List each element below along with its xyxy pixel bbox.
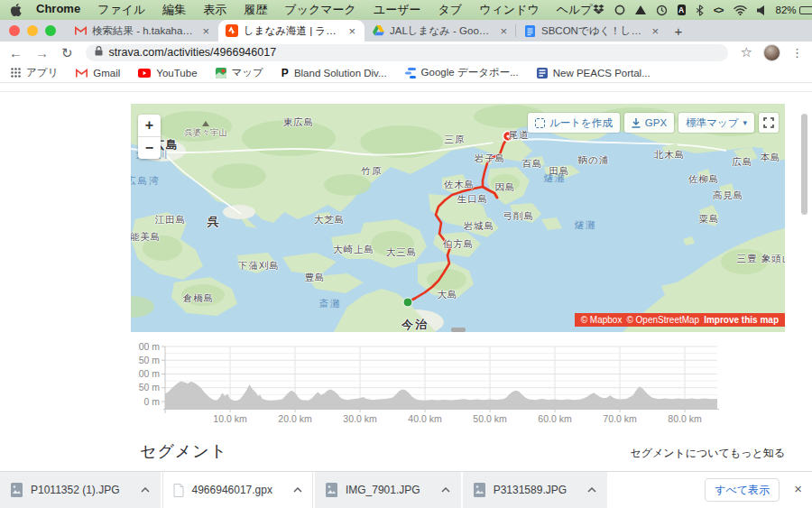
download-item[interactable]: IMG_7901.JPG — [315, 472, 461, 508]
dropbox-icon[interactable] — [593, 5, 604, 15]
chrome-menu-icon[interactable]: ⋮ — [791, 46, 803, 60]
bookmark-label: アプリ — [26, 66, 58, 79]
download-item[interactable]: P3131589.JPG — [463, 472, 607, 508]
tab-close-icon[interactable]: × — [200, 25, 211, 37]
battery-indicator[interactable]: 82% — [776, 5, 812, 15]
url-text: strava.com/activities/4966946017 — [109, 46, 277, 59]
browser-toolbar: ← → ↻ strava.com/activities/4966946017 ☆… — [0, 42, 812, 63]
map-attribution: © Mapbox © OpenStreetMap Improve this ma… — [575, 313, 785, 327]
tab-gmail-search[interactable]: 検索結果 - h.takahashi@peacs.c × — [67, 20, 218, 42]
page-scrollbar[interactable] — [801, 114, 807, 215]
bookmark-peacs-portal[interactable]: New PEACS Portal... — [537, 68, 651, 79]
forward-button[interactable]: → — [35, 46, 49, 60]
apple-menu-icon[interactable] — [11, 4, 22, 16]
wifi-icon[interactable] — [734, 5, 747, 15]
svg-text:200 m: 200 m — [138, 343, 160, 352]
chevron-up-icon[interactable] — [587, 487, 596, 493]
zoom-out-button[interactable]: − — [138, 136, 161, 159]
menu-item[interactable]: ブックマーク — [284, 2, 356, 18]
bookmark-data-portal[interactable]: Google データポー... — [405, 66, 519, 79]
time-machine-icon[interactable] — [656, 5, 668, 16]
elevation-chart[interactable]: 0 m50 m100 m150 m200 m10.0 km20.0 km30.0… — [138, 343, 770, 428]
svg-text:40.0 km: 40.0 km — [408, 413, 442, 424]
fullscreen-icon — [763, 117, 774, 128]
data-studio-icon — [405, 68, 416, 79]
mapbox-attribution-link[interactable]: © Mapbox — [581, 315, 623, 325]
bookmark-apps[interactable]: アプリ — [11, 66, 58, 79]
svg-text:70.0 km: 70.0 km — [603, 413, 637, 424]
image-file-icon — [474, 483, 485, 497]
gpx-download-button[interactable]: GPX — [624, 113, 674, 133]
downloads-close-icon[interactable]: × — [794, 482, 802, 495]
tab-close-icon[interactable]: × — [650, 25, 660, 37]
svg-text:80.0 km: 80.0 km — [668, 413, 702, 424]
volume-icon[interactable] — [757, 5, 766, 15]
menu-item[interactable]: ヘルプ — [557, 2, 593, 18]
tab-google-drive[interactable]: JALしまなみ - Google ドライブ × — [364, 20, 516, 42]
tab-title: JALしまなみ - Google ドライブ — [390, 24, 493, 38]
menu-item[interactable]: タブ — [438, 2, 462, 18]
minimize-window-button[interactable] — [27, 25, 38, 36]
route-icon — [535, 118, 545, 128]
drive-favicon — [372, 24, 384, 37]
ring-menu-icon[interactable] — [614, 5, 625, 15]
chevron-up-icon[interactable] — [441, 487, 450, 493]
svg-text:50 m: 50 m — [139, 382, 161, 393]
tab-close-icon[interactable]: × — [498, 25, 509, 37]
chevron-up-icon[interactable] — [293, 487, 302, 493]
map-drag-handle[interactable] — [451, 328, 466, 332]
back-button[interactable]: ← — [9, 46, 23, 60]
bookmark-label: New PEACS Portal... — [553, 68, 651, 79]
bluetooth-icon[interactable] — [696, 5, 704, 16]
bookmark-label: YouTube — [156, 68, 197, 79]
menu-item[interactable]: 表示 — [203, 2, 226, 18]
map-style-dropdown[interactable]: 標準マップ ▾ — [678, 113, 754, 133]
menu-item[interactable]: ウィンドウ — [479, 2, 540, 18]
improve-map-link[interactable]: Improve this map — [704, 315, 779, 325]
bookmark-gmail[interactable]: Gmail — [76, 68, 120, 79]
svg-text:150 m: 150 m — [138, 355, 160, 365]
bookmark-star-icon[interactable]: ☆ — [741, 44, 752, 60]
zoom-window-button[interactable] — [45, 25, 56, 36]
tab-strip: 検索結果 - h.takahashi@peacs.c × しまなみ海道 | ライ… — [0, 20, 812, 42]
bookmarks-bar: アプリ Gmail YouTube マップ P Bland Solution D… — [0, 63, 812, 83]
close-window-button[interactable] — [9, 25, 20, 36]
a-box-menu-icon[interactable]: A — [678, 5, 686, 15]
tab-sbcon-doc[interactable]: SBCONでゆく！しまなみ街道サイ × — [516, 20, 668, 42]
segments-learn-more-link[interactable]: セグメントについてもっと知る — [630, 446, 785, 461]
address-bar[interactable]: strava.com/activities/4966946017 — [86, 44, 728, 61]
download-item[interactable]: 4966946017.gpx — [162, 472, 313, 508]
tab-strava-activity[interactable]: しまなみ海道 | ライド | Strava × — [218, 20, 364, 42]
create-route-label: ルートを作成 — [549, 116, 613, 130]
gpx-file-icon — [173, 484, 184, 497]
gpx-label: GPX — [645, 117, 667, 128]
tab-close-icon[interactable]: × — [346, 25, 357, 37]
menu-item[interactable]: 履歴 — [244, 2, 267, 18]
menu-item[interactable]: 編集 — [162, 2, 186, 18]
chevron-up-icon[interactable] — [141, 487, 150, 493]
battery-percent: 82% — [776, 5, 797, 15]
tab-title: 検索結果 - h.takahashi@peacs.c — [92, 24, 195, 38]
create-route-button[interactable]: ルートを作成 — [528, 113, 620, 133]
bookmark-youtube[interactable]: YouTube — [138, 68, 197, 79]
menu-item[interactable]: Chrome — [36, 2, 80, 18]
fullscreen-button[interactable] — [759, 113, 779, 133]
show-all-downloads-button[interactable]: すべて表示 — [705, 478, 780, 502]
download-item[interactable]: P1011352 (1).JPG — [0, 472, 161, 508]
new-tab-button[interactable]: + — [668, 20, 689, 42]
activity-map[interactable]: 広島呉今治東広島三原竹原尾道岩子島百島田島鞆の浦佐木島因島生口島弓削島岩城島大三… — [131, 104, 785, 332]
tab-title: しまなみ海道 | ライド | Strava — [244, 24, 341, 38]
menu-item[interactable]: ファイル — [97, 2, 145, 18]
triangle-menu-icon[interactable] — [635, 5, 646, 14]
chevron-down-icon: ▾ — [743, 118, 747, 127]
osm-attribution-link[interactable]: © OpenStreetMap — [626, 315, 699, 325]
menu-item[interactable]: ユーザー — [374, 2, 421, 18]
zoom-in-button[interactable]: + — [138, 115, 161, 136]
reload-button[interactable]: ↻ — [61, 46, 73, 60]
map-style-label: 標準マップ — [686, 116, 738, 130]
bookmark-bland-solution[interactable]: P Bland Solution Div... — [281, 67, 387, 79]
bookmark-maps[interactable]: マップ — [216, 66, 263, 79]
apps-grid-icon — [11, 68, 21, 78]
profile-avatar[interactable] — [763, 44, 780, 61]
code-brackets-icon[interactable]: <> — [714, 5, 724, 15]
